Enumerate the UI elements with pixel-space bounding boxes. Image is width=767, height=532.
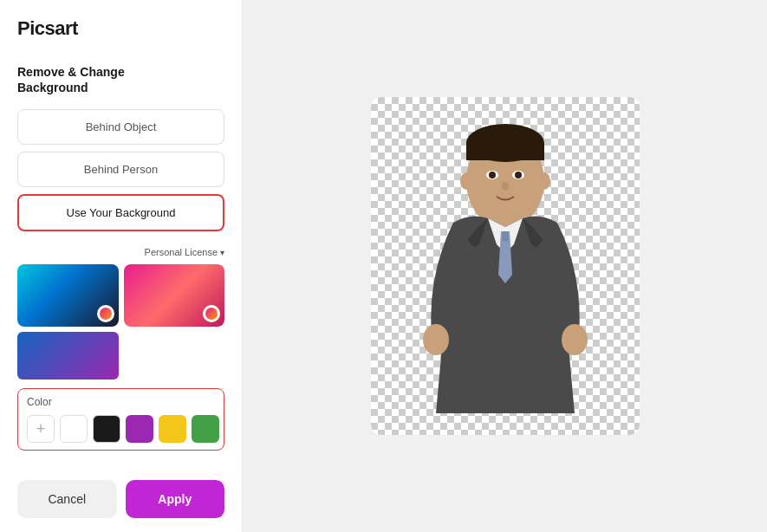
cancel-button[interactable]: Cancel bbox=[17, 480, 117, 518]
swatch-black[interactable] bbox=[93, 415, 120, 443]
thumbnail-badge-2 bbox=[203, 305, 220, 322]
svg-rect-3 bbox=[466, 143, 544, 160]
swatch-purple[interactable] bbox=[126, 415, 153, 443]
svg-point-9 bbox=[460, 172, 472, 190]
apply-button[interactable]: Apply bbox=[126, 480, 225, 518]
add-color-button[interactable]: + bbox=[27, 415, 55, 443]
bottom-buttons: Cancel Apply bbox=[17, 470, 224, 532]
svg-point-7 bbox=[515, 172, 522, 178]
behind-person-button[interactable]: Behind Person bbox=[17, 152, 224, 187]
behind-object-button[interactable]: Behind Object bbox=[17, 109, 224, 145]
color-label: Color bbox=[27, 396, 215, 408]
svg-point-8 bbox=[502, 182, 509, 191]
image-canvas bbox=[371, 97, 640, 435]
svg-point-12 bbox=[562, 324, 588, 355]
svg-point-6 bbox=[489, 172, 496, 178]
thumbnail-2[interactable] bbox=[124, 264, 225, 327]
swatch-yellow[interactable] bbox=[159, 415, 186, 443]
svg-point-11 bbox=[423, 324, 449, 355]
app-logo: Picsart bbox=[17, 17, 224, 40]
person-preview bbox=[371, 97, 640, 435]
thumbnail-3-partial[interactable] bbox=[17, 332, 119, 380]
background-thumbnails bbox=[17, 264, 224, 380]
swatch-white[interactable] bbox=[60, 415, 88, 443]
svg-point-10 bbox=[538, 172, 550, 190]
main-canvas-area bbox=[243, 0, 767, 532]
license-label: Personal License bbox=[145, 247, 218, 257]
use-background-button[interactable]: Use Your Background bbox=[17, 194, 224, 231]
section-title: Remove & Change Background bbox=[17, 64, 224, 95]
chevron-down-icon: ▾ bbox=[220, 248, 224, 257]
thumbnail-1[interactable] bbox=[17, 264, 119, 327]
thumbnail-badge-1 bbox=[97, 305, 114, 322]
swatch-green[interactable] bbox=[192, 415, 219, 443]
color-section: Color + bbox=[17, 388, 224, 451]
person-svg bbox=[410, 119, 601, 413]
color-swatches-container: + bbox=[27, 415, 215, 443]
sidebar: Picsart Remove & Change Background Behin… bbox=[0, 0, 243, 532]
license-dropdown[interactable]: Personal License ▾ bbox=[17, 247, 224, 257]
